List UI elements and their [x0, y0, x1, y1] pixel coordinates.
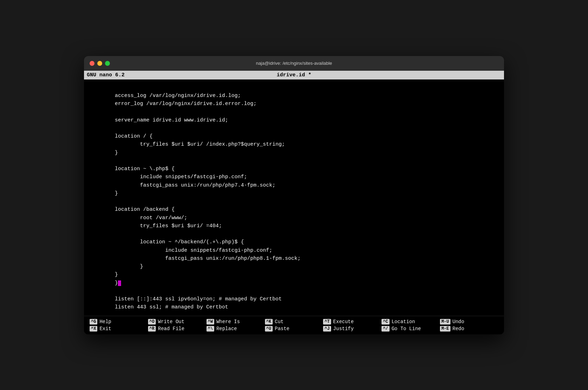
label-justify: Justify: [333, 326, 354, 332]
footer-location[interactable]: ^C Location: [382, 319, 440, 325]
file-name: idrive.id *: [190, 72, 398, 78]
footer-go-to-line[interactable]: ^/ Go To Line: [382, 326, 440, 332]
footer-exit[interactable]: ^X Exit: [90, 326, 148, 332]
cursor: [118, 280, 121, 286]
title-bar: naja@idrive: /etc/nginx/sites-available: [84, 56, 504, 71]
label-location: Location: [392, 319, 415, 325]
label-write-out: Write Out: [158, 319, 184, 325]
label-execute: Execute: [333, 319, 354, 325]
footer-justify[interactable]: ^J Justify: [323, 326, 382, 332]
footer-execute[interactable]: ^T Execute: [323, 319, 382, 325]
nano-header: GNU nano 6.2 idrive.id *: [84, 71, 504, 79]
footer-help[interactable]: ^G Help: [90, 319, 148, 325]
footer-bar: ^G Help ^O Write Out ^W Where Is ^K Cut …: [84, 316, 504, 334]
label-replace: Replace: [216, 326, 237, 332]
footer-replace[interactable]: ^\ Replace: [206, 326, 265, 332]
maximize-button[interactable]: [105, 61, 110, 66]
key-justify: ^J: [323, 326, 331, 332]
key-write-out: ^O: [148, 319, 156, 325]
footer-row-1: ^G Help ^O Write Out ^W Where Is ^K Cut …: [90, 319, 498, 325]
footer-paste[interactable]: ^U Paste: [265, 326, 323, 332]
footer-where-is[interactable]: ^W Where Is: [206, 319, 265, 325]
footer-read-file[interactable]: ^R Read File: [148, 326, 206, 332]
key-go-to-line: ^/: [382, 326, 389, 332]
key-paste: ^U: [265, 326, 273, 332]
window-title: naja@idrive: /etc/nginx/sites-available: [256, 61, 332, 66]
key-execute: ^T: [323, 319, 331, 325]
nano-version: GNU nano 6.2: [87, 72, 190, 78]
label-go-to-line: Go To Line: [392, 326, 421, 332]
key-cut: ^K: [265, 319, 273, 325]
label-redo: Redo: [453, 326, 464, 332]
key-replace: ^\: [206, 326, 214, 332]
key-redo: M-E: [440, 326, 450, 332]
close-button[interactable]: [90, 61, 94, 66]
key-location: ^C: [382, 319, 389, 325]
label-paste: Paste: [275, 326, 289, 332]
footer-redo[interactable]: M-E Redo: [440, 326, 498, 332]
key-undo: M-U: [440, 319, 450, 325]
label-where-is: Where Is: [216, 319, 240, 325]
label-help: Help: [99, 319, 111, 325]
key-where-is: ^W: [206, 319, 214, 325]
editor-area[interactable]: access_log /var/log/nginx/idrive.id.log;…: [84, 79, 504, 316]
label-exit: Exit: [99, 326, 111, 332]
key-help: ^G: [90, 319, 97, 325]
footer-undo[interactable]: M-U Undo: [440, 319, 498, 325]
label-read-file: Read File: [158, 326, 184, 332]
traffic-lights: [90, 61, 110, 66]
footer-row-2: ^X Exit ^R Read File ^\ Replace ^U Paste…: [90, 326, 498, 332]
key-read-file: ^R: [148, 326, 156, 332]
key-exit: ^X: [90, 326, 97, 332]
label-cut: Cut: [275, 319, 284, 325]
terminal-window: naja@idrive: /etc/nginx/sites-available …: [84, 56, 504, 334]
footer-write-out[interactable]: ^O Write Out: [148, 319, 206, 325]
footer-cut[interactable]: ^K Cut: [265, 319, 323, 325]
label-undo: Undo: [453, 319, 464, 325]
minimize-button[interactable]: [97, 61, 102, 66]
nano-header-right: [398, 72, 501, 78]
